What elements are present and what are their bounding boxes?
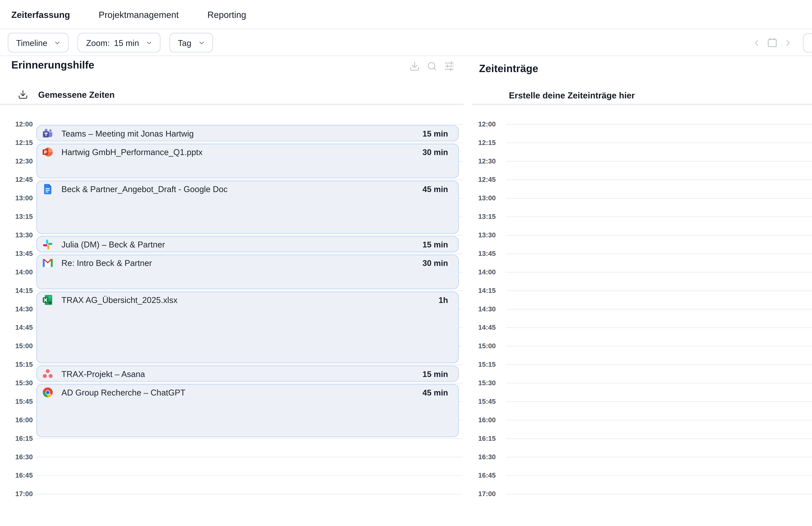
teams-icon	[42, 128, 54, 140]
nav-item-reporting[interactable]: Reporting	[207, 9, 246, 19]
range-select[interactable]: Tag	[170, 33, 213, 53]
entry-title: TRAX-Projekt – Asana	[61, 369, 145, 379]
excel-icon	[42, 294, 54, 306]
entry-title: Hartwig GmbH_Performance_Q1.pptx	[61, 147, 203, 157]
time-label: 14:15	[0, 287, 33, 294]
time-label: 16:15	[0, 435, 33, 442]
toolbar: Timeline Zoom: 15 min Tag Montag, 2. F	[0, 30, 812, 56]
timeline-gridline	[506, 420, 812, 421]
entry-content-row: Re: Intro Beck & Partner30 min	[37, 255, 458, 271]
entry-content-row: TRAX AG_Übersicht_2025.xlsx1h	[37, 292, 458, 307]
nav-item-projektmanagement[interactable]: Projektmanagement	[99, 9, 179, 19]
measured-entry-card[interactable]: TRAX-Projekt – Asana15 min	[37, 365, 459, 382]
time-label: 12:00	[0, 120, 33, 128]
entry-content-row: Beck & Partner_Angebot_Draft - Google Do…	[37, 181, 458, 196]
entry-duration: 1h	[439, 295, 448, 304]
time-label: 12:15	[465, 139, 496, 146]
entry-app-icon-wrap	[42, 386, 54, 398]
entry-content-row: AD Group Recherche – ChatGPT45 min	[37, 384, 458, 400]
timeline-gridline	[506, 253, 812, 254]
next-day-button[interactable]	[783, 38, 793, 47]
gmail-icon	[42, 257, 54, 269]
zoom-select[interactable]: Zoom: 15 min	[78, 33, 161, 53]
date-navigation: Montag, 2. Februar 2026	[752, 33, 812, 52]
filter-sliders-icon	[444, 61, 454, 72]
date-picker-button[interactable]: Montag, 2. Februar 2026	[803, 33, 812, 52]
time-label: 15:00	[0, 342, 33, 350]
view-select[interactable]: Timeline	[8, 33, 69, 53]
measured-entry-card[interactable]: TRAX AG_Übersicht_2025.xlsx1h	[37, 291, 459, 363]
asana-icon	[42, 368, 54, 380]
timeline-gridline	[506, 143, 812, 143]
entry-content-row: Julia (DM) – Beck & Partner15 min	[37, 236, 458, 252]
filter-button[interactable]	[444, 61, 454, 72]
download-measured-times-button[interactable]	[18, 89, 28, 100]
view-select-value: Timeline	[16, 38, 47, 47]
entry-title: Beck & Partner_Angebot_Draft - Google Do…	[61, 184, 228, 194]
timeline-gridline	[36, 253, 463, 254]
chrome-icon	[42, 386, 54, 398]
right-panel-divider	[472, 104, 812, 105]
timeline-gridline	[506, 216, 812, 217]
entry-app-icon-wrap	[42, 128, 54, 140]
measured-times-panel: Erinnerungshilfe Gemessene Zeiten 12:001…	[0, 56, 465, 526]
measured-entry-card[interactable]: AD Group Recherche – ChatGPT45 min	[37, 384, 459, 437]
timeline-gridline	[506, 438, 812, 439]
entry-title: Teams – Meeting mit Jonas Hartwig	[61, 129, 194, 138]
time-label: 15:15	[465, 361, 496, 368]
measured-entry-card[interactable]: Hartwig GmbH_Performance_Q1.pptx30 min	[37, 143, 459, 178]
prev-day-button[interactable]	[752, 38, 761, 47]
timeline-gridline	[506, 364, 812, 365]
entry-duration: 45 min	[423, 388, 448, 397]
chevron-left-icon	[752, 38, 761, 47]
download-icon	[18, 89, 28, 100]
timeline-gridline	[506, 346, 812, 347]
timeline-gridline	[36, 494, 463, 495]
timeline-gridline	[36, 364, 463, 365]
slack-icon	[42, 238, 54, 250]
time-label: 12:45	[465, 176, 496, 183]
time-label: 14:00	[0, 268, 33, 276]
time-label: 15:45	[0, 398, 33, 405]
time-label: 16:30	[0, 453, 33, 461]
entry-content-row: Hartwig GmbH_Performance_Q1.pptx30 min	[37, 144, 458, 160]
time-label: 12:00	[465, 120, 496, 128]
timeline-gridline	[506, 476, 812, 476]
timeline-gridline	[36, 143, 463, 143]
time-label: 12:30	[0, 158, 33, 165]
top-nav: Zeiterfassung Projektmanagement Reportin…	[0, 0, 812, 29]
left-panel-subtitle: Gemessene Zeiten	[38, 90, 115, 100]
timeline-gridline	[506, 327, 812, 328]
left-panel-title: Erinnerungshilfe	[11, 59, 95, 72]
time-tracking-app: Zeiterfassung Projektmanagement Reportin…	[0, 0, 812, 526]
export-button[interactable]	[409, 61, 420, 72]
time-label: 16:45	[0, 472, 33, 479]
time-label: 15:00	[465, 342, 496, 350]
time-label: 15:30	[0, 379, 33, 386]
time-label: 16:30	[465, 453, 496, 461]
zoom-select-value: 15 min	[114, 38, 139, 47]
nav-item-zeiterfassung[interactable]: Zeiterfassung	[11, 9, 70, 19]
time-label: 14:30	[465, 305, 496, 312]
measured-entry-card[interactable]: Re: Intro Beck & Partner30 min	[37, 254, 459, 289]
right-panel-title: Zeiteinträge	[479, 63, 538, 75]
time-label: 16:00	[465, 416, 496, 423]
timeline-gridline	[506, 309, 812, 310]
left-panel-actions	[409, 61, 454, 72]
timeline-gridline	[36, 383, 463, 383]
time-label: 15:30	[465, 379, 496, 386]
measured-entry-card[interactable]: Teams – Meeting mit Jonas Hartwig15 min	[37, 125, 459, 142]
measured-entry-card[interactable]: Beck & Partner_Angebot_Draft - Google Do…	[37, 180, 459, 234]
search-icon	[426, 61, 437, 72]
calendar-icon	[767, 37, 778, 48]
main-nav: Zeiterfassung Projektmanagement Reportin…	[11, 9, 246, 19]
measured-entry-card[interactable]: Julia (DM) – Beck & Partner15 min	[37, 236, 459, 252]
google-docs-icon	[42, 183, 54, 195]
time-label: 15:15	[0, 361, 33, 368]
calendar-button[interactable]	[767, 37, 778, 48]
entry-app-icon-wrap	[42, 368, 54, 380]
time-label: 12:45	[0, 176, 33, 183]
left-panel-divider	[0, 104, 464, 105]
search-button[interactable]	[426, 61, 437, 72]
chevron-right-icon	[783, 38, 793, 47]
